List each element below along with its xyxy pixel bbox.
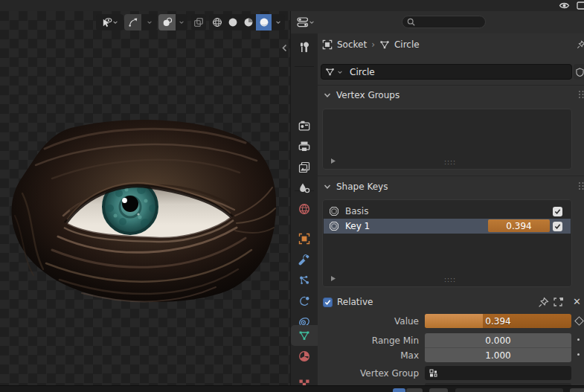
value-slider[interactable]: 0.394	[425, 314, 571, 328]
partial-button[interactable]	[429, 388, 448, 392]
decorator-dot[interactable]	[577, 353, 580, 356]
topbar	[0, 0, 584, 12]
overlays-dropdown[interactable]	[176, 14, 187, 30]
tab-modifiers[interactable]	[291, 250, 318, 269]
physics-icon	[298, 295, 310, 307]
tab-tool[interactable]	[291, 38, 318, 57]
tab-scene[interactable]	[291, 179, 318, 198]
blender-window: Socket › Circle Circle	[0, 0, 584, 392]
chevron-down-icon	[337, 69, 343, 75]
shape-keys-list[interactable]: Basis Key 1 0.394 ::::	[322, 199, 572, 287]
shape-key-row-key1[interactable]: Key 1 0.394	[324, 219, 571, 234]
tab-view-layer[interactable]	[291, 158, 318, 177]
range-max-label: Max	[318, 350, 419, 361]
tab-particles[interactable]	[291, 271, 318, 290]
shape-key-value[interactable]: 0.394	[488, 219, 550, 232]
shading-rendered-button[interactable]	[256, 14, 272, 30]
shape-keys-title: Shape Keys	[336, 181, 388, 192]
range-min-field[interactable]: 0.000	[425, 333, 571, 348]
shading-solid-button[interactable]	[225, 14, 240, 30]
viewport-3d[interactable]	[0, 11, 290, 385]
shading-wireframe-button[interactable]	[209, 14, 225, 30]
list-filter-toggle[interactable]	[330, 158, 336, 164]
list-resize-grip[interactable]: ::::	[444, 158, 456, 166]
check-icon	[554, 208, 561, 215]
close-icon[interactable]: ✕	[573, 296, 581, 307]
panel-expand-icon	[324, 183, 331, 190]
shading-mode-group	[209, 14, 285, 30]
panel-drag-dots[interactable]	[578, 90, 584, 99]
shape-keys-panel-header[interactable]: Shape Keys	[324, 181, 388, 193]
partial-button-blue[interactable]	[393, 388, 405, 392]
gizmos-dropdown[interactable]	[141, 14, 157, 30]
solid-icon	[228, 17, 238, 28]
keyframe-decorator-icon[interactable]	[574, 316, 584, 326]
clipboard-icon[interactable]	[577, 1, 584, 10]
shape-key-mute-checkbox[interactable]	[553, 222, 562, 231]
shape-key-value-text: 0.394	[506, 221, 531, 231]
tab-object-data[interactable]	[291, 325, 318, 346]
chevron-down-icon	[112, 19, 118, 25]
edit-mode-icon[interactable]	[553, 297, 564, 308]
breadcrumb: Socket › Circle	[322, 37, 420, 52]
range-max-field[interactable]: 1.000	[425, 348, 571, 362]
shading-dropdown[interactable]	[272, 14, 285, 30]
vertex-groups-panel-header[interactable]: Vertex Groups	[324, 89, 400, 101]
mesh-name-field[interactable]: Circle	[321, 64, 572, 80]
breadcrumb-data[interactable]: Circle	[394, 39, 420, 50]
chevron-down-icon	[275, 19, 281, 25]
shield-icon	[576, 68, 584, 77]
partial-button[interactable]	[570, 388, 584, 392]
relative-checkbox[interactable]	[323, 298, 333, 307]
properties-search-input[interactable]	[402, 16, 486, 28]
fake-user-button[interactable]	[574, 64, 584, 80]
tab-output[interactable]	[291, 137, 318, 156]
panel-drag-dots[interactable]	[578, 181, 584, 190]
relative-row: Relative	[323, 297, 373, 307]
tab-world[interactable]	[291, 199, 318, 219]
pin-icon[interactable]	[538, 297, 549, 308]
vertex-groups-list[interactable]: ::::	[322, 109, 572, 170]
properties-tab-column	[291, 33, 318, 385]
tool-icon	[298, 42, 310, 54]
xray-toggle[interactable]	[191, 14, 206, 30]
object-type-visibility-dropdown[interactable]	[96, 14, 123, 30]
chevron-down-icon	[179, 19, 184, 25]
vertex-group-field[interactable]	[425, 366, 571, 380]
editor-type-dropdown[interactable]	[297, 16, 315, 29]
mesh-name-value: Circle	[350, 67, 375, 77]
partial-field[interactable]	[455, 388, 563, 392]
tab-render[interactable]	[291, 116, 318, 135]
shape-key-mute-checkbox[interactable]	[553, 207, 562, 216]
decorator-dot[interactable]	[577, 338, 580, 341]
shading-material-button[interactable]	[240, 14, 256, 30]
pin-icon[interactable]	[577, 39, 584, 50]
bottom-editor-strip	[0, 385, 584, 392]
overlays-toggle[interactable]	[158, 14, 176, 30]
viewport-sidebar-toggle[interactable]	[280, 43, 289, 53]
gizmos-toggle[interactable]	[124, 14, 141, 30]
particles-icon	[298, 274, 310, 286]
list-filter-toggle[interactable]	[330, 275, 336, 282]
value-slider-text: 0.394	[425, 314, 571, 328]
eye-render-image	[0, 104, 291, 312]
partial-button[interactable]	[406, 388, 423, 392]
list-resize-grip[interactable]: ::::	[444, 276, 456, 283]
tab-material[interactable]	[291, 347, 318, 366]
tab-object[interactable]	[291, 229, 318, 248]
shape-key-name: Basis	[345, 206, 368, 216]
modifier-wrench-icon	[298, 254, 310, 266]
search-icon	[407, 18, 415, 26]
view-layer-icon	[298, 161, 310, 173]
output-printer-icon	[298, 141, 310, 152]
shape-key-icon	[329, 206, 339, 216]
relative-label: Relative	[337, 297, 373, 307]
tab-physics[interactable]	[291, 292, 318, 311]
visibility-eye-icon[interactable]	[559, 1, 570, 10]
breadcrumb-object[interactable]: Socket	[337, 39, 367, 50]
chevron-down-icon	[309, 19, 315, 25]
shape-key-row-basis[interactable]: Basis	[324, 204, 571, 219]
mesh-data-icon	[379, 39, 390, 50]
overlays-icon	[162, 17, 173, 28]
panel-expand-icon	[324, 91, 331, 99]
